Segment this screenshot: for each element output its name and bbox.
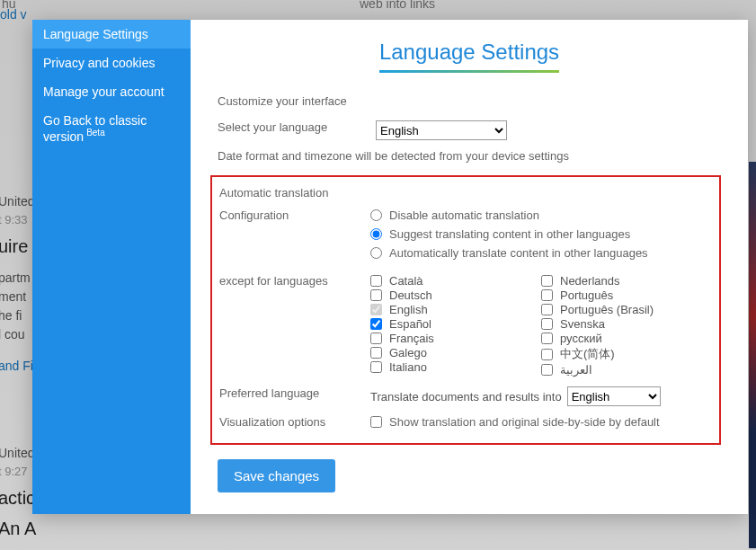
lang-italiano[interactable]: Italiano — [370, 360, 541, 374]
date-note: Date format and timezone will be detecte… — [218, 149, 721, 163]
settings-modal: Language Settings Privacy and cookies Ma… — [32, 20, 748, 514]
lang-english: English — [370, 303, 541, 316]
lang-portugues[interactable]: Português — [541, 288, 712, 302]
except-languages-label: except for languages — [212, 274, 370, 288]
lang-nederlands[interactable]: Nederlands — [541, 274, 712, 288]
preferred-language-select[interactable]: English — [567, 386, 661, 406]
lang-espanol[interactable]: Español — [370, 317, 541, 331]
highlight-box: Automatic translation Configuration Disa… — [210, 175, 721, 445]
lang-portugues-brasil[interactable]: Português (Brasil) — [541, 303, 712, 316]
lang-svenska[interactable]: Svenska — [541, 317, 712, 331]
lang-russian[interactable]: русский — [541, 332, 712, 345]
customize-heading: Customize your interface — [218, 94, 721, 108]
radio-suggest-input[interactable] — [370, 228, 382, 240]
configuration-label: Configuration — [212, 208, 370, 222]
sidebar-item-privacy[interactable]: Privacy and cookies — [32, 49, 191, 77]
side-by-side-checkbox[interactable]: Show translation and original side-by-si… — [370, 415, 712, 429]
select-language-label: Select your language — [218, 120, 376, 134]
sidebar-item-classic[interactable]: Go Back to classic versionBeta — [32, 106, 191, 151]
radio-disable[interactable]: Disable automatic translation — [370, 208, 712, 222]
lang-deutsch[interactable]: Deutsch — [370, 288, 541, 302]
lang-francais[interactable]: Français — [370, 332, 541, 345]
sidebar-item-language-settings[interactable]: Language Settings — [32, 20, 191, 49]
radio-auto[interactable]: Automatically translate content in other… — [370, 246, 712, 260]
lang-galego[interactable]: Galego — [370, 346, 541, 359]
automatic-translation-heading: Automatic translation — [212, 186, 712, 200]
save-button[interactable]: Save changes — [218, 459, 335, 492]
settings-main: Language Settings Customize your interfa… — [191, 20, 748, 514]
language-select[interactable]: English — [376, 120, 507, 140]
radio-auto-input[interactable] — [370, 247, 382, 259]
lang-arabic[interactable]: العربية — [541, 363, 712, 377]
lang-catala[interactable]: Català — [370, 274, 541, 288]
sidebar-item-account[interactable]: Manage your account — [32, 77, 191, 106]
visualization-options-label: Visualization options — [212, 415, 370, 429]
page-title: Language Settings — [379, 40, 559, 73]
lang-chinese[interactable]: 中文(简体) — [541, 346, 712, 362]
preferred-language-label: Preferred language — [212, 386, 370, 400]
translate-into-text: Translate documents and results into — [370, 390, 562, 404]
settings-sidebar: Language Settings Privacy and cookies Ma… — [32, 20, 191, 514]
radio-suggest[interactable]: Suggest translating content in other lan… — [370, 227, 712, 241]
radio-disable-input[interactable] — [370, 209, 382, 221]
